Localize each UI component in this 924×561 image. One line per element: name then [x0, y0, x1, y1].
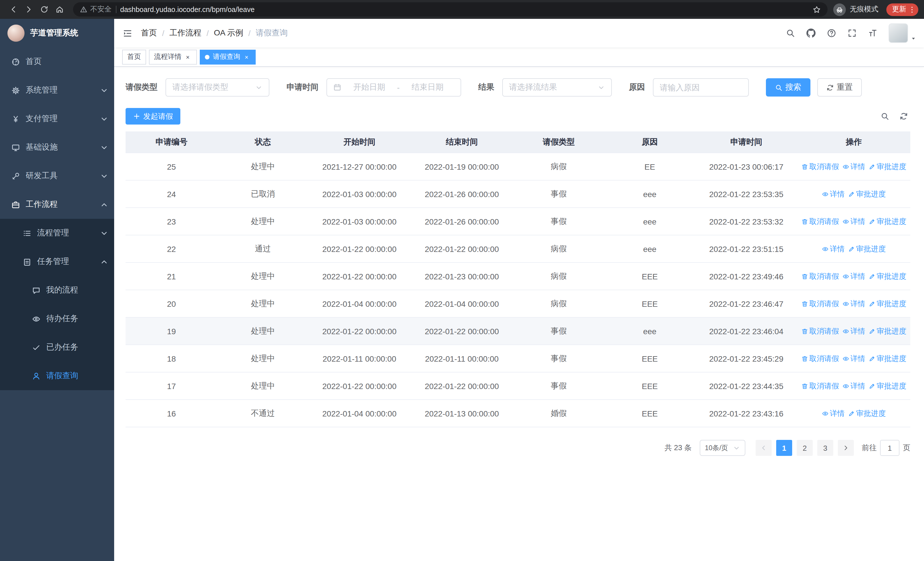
sidebar-item-leave-query[interactable]: 请假查询 [0, 362, 114, 390]
page-button-1[interactable]: 1 [776, 440, 792, 456]
header-search-icon[interactable] [786, 29, 795, 38]
action-progress-link[interactable]: 审批进度 [868, 353, 906, 364]
action-cancel-link[interactable]: 取消请假 [801, 326, 839, 336]
action-detail-link[interactable]: 详情 [842, 298, 865, 309]
action-cancel-link[interactable]: 取消请假 [801, 353, 839, 364]
refresh-table-icon[interactable] [900, 112, 908, 120]
leave-type-select[interactable]: 请选择请假类型 [165, 78, 269, 96]
cell-apply-time: 2022-01-23 00:06:17 [695, 162, 798, 171]
prev-page-button[interactable] [756, 440, 772, 456]
cell-actions: 详情审批进度 [797, 408, 910, 418]
action-cancel-link[interactable]: 取消请假 [801, 216, 839, 227]
page-size-select[interactable]: 10条/页 [700, 440, 746, 456]
action-detail-link[interactable]: 详情 [842, 381, 865, 391]
breadcrumb-item[interactable]: 首页 [141, 28, 157, 38]
action-cancel-link[interactable]: 取消请假 [801, 161, 839, 171]
action-detail-link[interactable]: 详情 [842, 216, 865, 227]
sidebar-item-my-process[interactable]: 我的流程 [0, 276, 114, 304]
sidebar-item-done-tasks[interactable]: 已办任务 [0, 333, 114, 362]
action-detail-link[interactable]: 详情 [842, 271, 865, 281]
sidebar-item-infrastructure[interactable]: 基础设施 [0, 133, 114, 162]
sidebar-item-process-management[interactable]: 流程管理 [0, 219, 114, 247]
table-row: 21处理中2022-01-22 00:00:002022-01-23 00:00… [126, 263, 910, 290]
edit-icon [848, 191, 855, 197]
cell-apply-time: 2022-01-22 23:46:04 [695, 326, 798, 335]
security-warning[interactable]: 不安全 [80, 5, 112, 14]
reason-input[interactable] [653, 78, 749, 96]
close-icon[interactable]: × [184, 53, 192, 61]
browser-update-button[interactable]: 更新 [886, 3, 918, 16]
cell-id: 21 [126, 272, 218, 281]
create-leave-button[interactable]: 发起请假 [126, 108, 180, 125]
search-button[interactable]: 搜索 [766, 78, 810, 96]
filter-result: 结果 请选择流结果 [478, 78, 612, 96]
github-icon[interactable] [806, 29, 816, 38]
reload-icon [40, 5, 48, 14]
chevron-down-icon [255, 84, 262, 91]
action-progress-link[interactable]: 审批进度 [868, 216, 906, 227]
cell-id: 19 [126, 326, 218, 335]
sidebar-item-system-management[interactable]: 系统管理 [0, 76, 114, 105]
sidebar-item-home[interactable]: 首页 [0, 47, 114, 76]
view-tag[interactable]: 流程详情× [149, 50, 197, 64]
action-detail-link[interactable]: 详情 [822, 189, 844, 199]
table-header-row: 申请编号状态开始时间结束时间请假类型原因申请时间操作 [126, 131, 910, 153]
action-cancel-link[interactable]: 取消请假 [801, 271, 839, 281]
sidebar-toggle-icon[interactable] [114, 28, 141, 38]
action-progress-link[interactable]: 审批进度 [868, 381, 906, 391]
next-page-button[interactable] [838, 440, 854, 456]
bookmark-star-icon[interactable] [813, 5, 821, 14]
apply-time-range-picker[interactable]: 开始日期 - 结束日期 [327, 78, 461, 96]
close-icon[interactable]: × [243, 53, 250, 61]
fullscreen-icon[interactable] [848, 29, 856, 38]
edit-icon [868, 273, 876, 280]
breadcrumb-item[interactable]: OA 示例 [214, 28, 243, 38]
font-size-icon[interactable] [868, 29, 877, 38]
sidebar-item-task-management[interactable]: 任务管理 [0, 247, 114, 276]
action-detail-link[interactable]: 详情 [822, 244, 844, 254]
browser-back-button[interactable] [6, 2, 21, 17]
toggle-search-icon[interactable] [880, 112, 889, 120]
action-progress-link[interactable]: 审批进度 [868, 161, 906, 171]
action-label: 审批进度 [877, 298, 906, 309]
action-progress-link[interactable]: 审批进度 [868, 326, 906, 336]
action-progress-link[interactable]: 审批进度 [848, 189, 886, 199]
cell-id: 18 [126, 354, 218, 363]
breadcrumb-item[interactable]: 工作流程 [170, 28, 201, 38]
action-progress-link[interactable]: 审批进度 [868, 271, 906, 281]
result-select[interactable]: 请选择流结果 [502, 78, 612, 96]
action-detail-link[interactable]: 详情 [822, 408, 844, 418]
help-icon[interactable] [827, 29, 836, 38]
user-menu[interactable] [889, 23, 916, 43]
filter-leave-type: 请假类型 请选择请假类型 [126, 78, 269, 96]
app-logo[interactable]: 芋道管理系统 [0, 19, 114, 47]
action-cancel-link[interactable]: 取消请假 [801, 298, 839, 309]
url-text[interactable]: dashboard.yudao.iocoder.cn/bpm/oa/leave [120, 5, 809, 14]
cell-reason: eee [604, 190, 695, 199]
column-header: 状态 [218, 137, 309, 147]
action-progress-link[interactable]: 审批进度 [848, 408, 886, 418]
address-bar[interactable]: 不安全 dashboard.yudao.iocoder.cn/bpm/oa/le… [73, 2, 828, 17]
action-progress-link[interactable]: 审批进度 [848, 244, 886, 254]
browser-home-button[interactable] [52, 2, 68, 17]
sidebar-item-payment-management[interactable]: 支付管理 [0, 105, 114, 133]
action-progress-link[interactable]: 审批进度 [868, 298, 906, 309]
action-cancel-link[interactable]: 取消请假 [801, 381, 839, 391]
view-tag[interactable]: 首页 [122, 50, 146, 64]
action-detail-link[interactable]: 详情 [842, 326, 865, 336]
page-button-3[interactable]: 3 [817, 440, 833, 456]
reset-button[interactable]: 重置 [817, 78, 862, 96]
action-label: 详情 [850, 216, 865, 227]
action-detail-link[interactable]: 详情 [842, 353, 865, 364]
page-button-2[interactable]: 2 [797, 440, 813, 456]
browser-forward-button[interactable] [21, 2, 36, 17]
sidebar-item-workflow[interactable]: 工作流程 [0, 190, 114, 219]
browser-reload-button[interactable] [36, 2, 52, 17]
view-tag[interactable]: 请假查询× [200, 50, 256, 64]
cell-end-time: 2022-01-22 00:00:00 [410, 381, 513, 391]
sidebar-item-dev-tools[interactable]: 研发工具 [0, 162, 114, 190]
goto-page-input[interactable] [880, 440, 900, 456]
action-detail-link[interactable]: 详情 [842, 161, 865, 171]
sidebar-item-todo-tasks[interactable]: 待办任务 [0, 304, 114, 333]
browser-menu-icon[interactable] [908, 5, 916, 14]
